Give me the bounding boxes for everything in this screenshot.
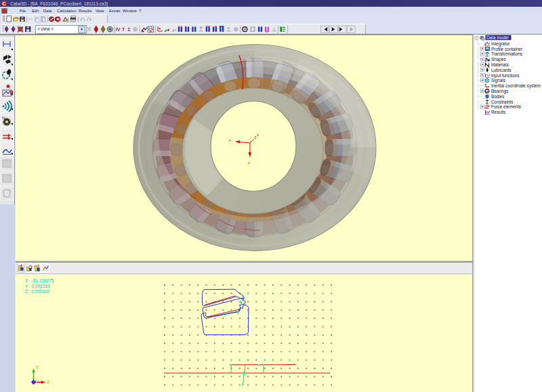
svg-text:Transformations: Transformations — [491, 51, 522, 56]
svg-text:Signals: Signals — [491, 78, 505, 83]
svg-text:Integrator: Integrator — [491, 41, 510, 47]
svg-text:X : -81.139275: X : -81.139275 — [25, 278, 54, 283]
svg-text:x: x — [229, 138, 231, 142]
svg-text:Results: Results — [491, 110, 505, 114]
svg-text:Constraints: Constraints — [491, 100, 513, 104]
svg-text:Inertial coordinate system: Inertial coordinate system — [491, 83, 541, 89]
svg-text:Force elements: Force elements — [491, 104, 521, 109]
svg-text:Profile container: Profile container — [491, 47, 523, 51]
svg-text:N: N — [2, 116, 5, 120]
svg-text:X: X — [47, 380, 50, 385]
svg-text:Y : 0.092151: Y : 0.092151 — [25, 284, 50, 288]
svg-text:Σ: Σ — [127, 26, 130, 31]
svg-text:y: y — [248, 160, 250, 165]
svg-text:Input functions: Input functions — [491, 73, 520, 79]
svg-text:x: x — [257, 133, 259, 137]
svg-text:Y: Y — [36, 365, 39, 370]
svg-text:Bearings: Bearings — [491, 89, 508, 94]
svg-text:Materials: Materials — [491, 62, 509, 67]
svg-text:✂: ✂ — [28, 16, 33, 22]
svg-text:T: T — [122, 26, 125, 31]
svg-text:Bodies: Bodies — [491, 94, 505, 99]
svg-text:Data model: Data model — [486, 35, 509, 40]
svg-text:IV: IV — [116, 26, 121, 31]
svg-text:Shapes: Shapes — [491, 57, 506, 62]
svg-text:Lubricants: Lubricants — [491, 68, 512, 72]
svg-text:Z : 0.000000: Z : 0.000000 — [25, 289, 50, 294]
